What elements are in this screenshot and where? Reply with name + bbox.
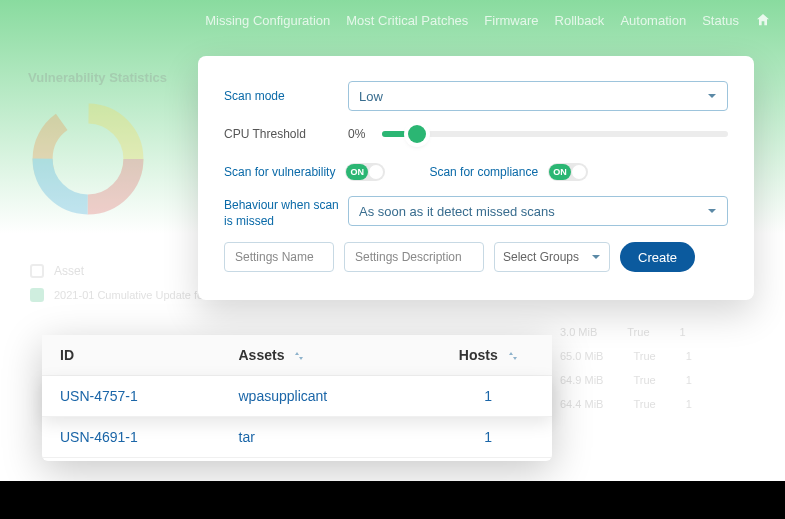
table-row[interactable]: USN-4757-1 wpasupplicant 1 [42,376,552,417]
cell-asset: wpasupplicant [221,376,425,417]
footer-bar [0,481,785,519]
sort-icon [294,351,304,361]
scan-compliance-label: Scan for compliance [429,165,538,179]
cell-hosts: 1 [425,376,553,417]
checkbox-icon [30,264,44,278]
col-hosts[interactable]: Hosts [425,335,553,376]
scan-compliance-toggle[interactable]: ON [548,163,588,181]
col-id[interactable]: ID [42,335,221,376]
settings-description-input[interactable] [344,242,484,272]
behaviour-label: Behaviour when scan is missed [224,196,348,229]
count-cell: 1 [686,398,692,410]
scan-mode-select[interactable]: Low [348,81,728,111]
flag-cell: True [633,398,655,410]
cpu-threshold-value: 0% [348,127,372,141]
select-groups-label: Select Groups [503,250,579,264]
asset-column-header: Asset [54,264,84,278]
background-size-table: 3.0 MiBTrue1 65.0 MiBTrue1 64.9 MiBTrue1… [560,320,780,416]
flag-cell: True [633,350,655,362]
col-assets[interactable]: Assets [221,335,425,376]
toggle-on-text: ON [549,164,571,180]
size-cell: 64.9 MiB [560,374,603,386]
behaviour-select[interactable]: As soon as it detect missed scans [348,196,728,226]
checkbox-checked-icon [30,288,44,302]
flag-cell: True [633,374,655,386]
chevron-down-icon [591,252,601,262]
scan-settings-modal: Scan mode Low CPU Threshold 0% Scan for … [198,56,754,300]
scan-mode-value: Low [359,89,383,104]
cell-id: USN-4757-1 [42,376,221,417]
cell-asset: tar [221,417,425,458]
count-cell: 1 [680,326,686,338]
behaviour-value: As soon as it detect missed scans [359,204,555,219]
nav-firmware[interactable]: Firmware [484,13,538,28]
toggle-on-text: ON [346,164,368,180]
donut-chart [28,99,148,219]
size-cell: 3.0 MiB [560,326,597,338]
count-cell: 1 [686,374,692,386]
table-row[interactable]: USN-4691-1 tar 1 [42,417,552,458]
scan-vulnerability-toggle[interactable]: ON [345,163,385,181]
cpu-threshold-slider[interactable] [382,131,728,137]
nav-critical-patches[interactable]: Most Critical Patches [346,13,468,28]
nav-automation[interactable]: Automation [620,13,686,28]
sort-icon [508,351,518,361]
scan-mode-label: Scan mode [224,89,348,103]
size-cell: 64.4 MiB [560,398,603,410]
chevron-down-icon [707,91,717,101]
home-icon[interactable] [755,12,771,28]
top-nav: Missing Configuration Most Critical Patc… [0,6,785,34]
cpu-threshold-label: CPU Threshold [224,127,348,141]
vulnerability-table: ID Assets Hosts USN-4757-1 wpasupplicant… [42,335,552,461]
cell-id: USN-4691-1 [42,417,221,458]
count-cell: 1 [686,350,692,362]
slider-knob[interactable] [408,125,426,143]
nav-rollback[interactable]: Rollback [555,13,605,28]
settings-name-input[interactable] [224,242,334,272]
cell-hosts: 1 [425,417,553,458]
select-groups-dropdown[interactable]: Select Groups [494,242,610,272]
scan-vulnerability-label: Scan for vulnerability [224,165,335,179]
chevron-down-icon [707,206,717,216]
nav-status[interactable]: Status [702,13,739,28]
create-button[interactable]: Create [620,242,695,272]
size-cell: 65.0 MiB [560,350,603,362]
flag-cell: True [627,326,649,338]
nav-missing-config[interactable]: Missing Configuration [205,13,330,28]
